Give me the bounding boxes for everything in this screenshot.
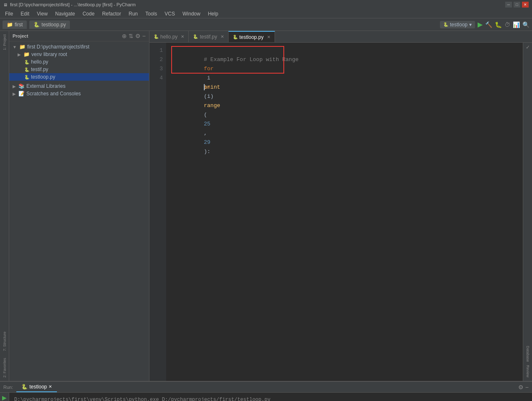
tree-venv[interactable]: ▶ 📁 venv library root bbox=[9, 51, 149, 58]
build-button[interactable]: 🔨 bbox=[485, 21, 492, 28]
top-toolbar: 📁 first 🐍 testloop.py 🐍 testloop ▾ ▶ 🔨 🐛… bbox=[0, 18, 532, 31]
code-area: 1 2 3 4 # Example For Loop with Range fo… bbox=[149, 43, 532, 381]
project-panel-title: Project bbox=[13, 33, 28, 38]
file-icon: 🐍 bbox=[33, 22, 40, 28]
close-button[interactable]: ✕ bbox=[522, 2, 529, 8]
testloop-tab-close[interactable]: ✕ bbox=[267, 35, 270, 39]
run-tab-close[interactable]: ✕ bbox=[49, 384, 52, 389]
menu-vcs[interactable]: VCS bbox=[161, 10, 178, 18]
ext-libs-icon: 📚 bbox=[18, 83, 25, 89]
tab-run-testloop[interactable]: 🐍 testloop ✕ bbox=[16, 382, 57, 392]
editor-right-sidebar: ✓ Database Review bbox=[523, 43, 532, 381]
panel-icon-sort[interactable]: ⇅ bbox=[129, 33, 134, 39]
tree-root-label: first D:\pycharmprojects\first bbox=[27, 44, 90, 50]
search-everywhere-icon[interactable]: 🔍 bbox=[522, 21, 529, 28]
window-controls[interactable]: ─ □ ✕ bbox=[505, 2, 529, 8]
tree-arrow-root: ▼ bbox=[13, 45, 17, 49]
tree-hello-py[interactable]: 🐍 hello.py bbox=[9, 58, 149, 66]
run-config-icon: 🐍 bbox=[443, 22, 448, 27]
right-sidebar-review-icon[interactable]: ✓ bbox=[526, 44, 530, 50]
code-line-3: print (i) bbox=[171, 64, 518, 74]
project-tree: ▼ 📁 first D:\pycharmprojects\first ▶ 📁 v… bbox=[9, 41, 149, 381]
tree-testif-py[interactable]: 🐍 testif.py bbox=[9, 66, 149, 73]
run-play-btn[interactable]: ▶ bbox=[2, 394, 7, 401]
tree-root[interactable]: ▼ 📁 first D:\pycharmprojects\first bbox=[9, 43, 149, 51]
tree-arrow-venv: ▶ bbox=[18, 52, 21, 57]
code-line-1: # Example For Loop with Range bbox=[171, 46, 518, 55]
editor-tab-testif[interactable]: 🐍 testif.py ✕ bbox=[189, 31, 228, 42]
coverage-button[interactable]: 📊 bbox=[513, 21, 520, 28]
editor-tab-testloop[interactable]: 🐍 testloop.py ✕ bbox=[229, 31, 275, 42]
minimize-panel-icon[interactable]: − bbox=[525, 384, 529, 391]
left-sidebar: 1: Project 7: Structure 2: Favorites bbox=[0, 31, 9, 381]
project-panel: Project ⊕ ⇅ ⚙ − ▼ 📁 first D:\pycharmproj… bbox=[9, 31, 149, 381]
menu-help[interactable]: Help bbox=[205, 10, 222, 18]
code-comment: # Example For Loop with Range bbox=[204, 56, 298, 63]
settings-icon[interactable]: ⚙ bbox=[518, 384, 524, 391]
debug-button[interactable]: 🐛 bbox=[495, 21, 502, 28]
menu-file[interactable]: File bbox=[2, 10, 16, 18]
testif-tab-close[interactable]: ✕ bbox=[221, 34, 224, 39]
testloop-tab-icon: 🐍 bbox=[233, 35, 238, 39]
tree-scratches[interactable]: ▶ 📝 Scratches and Consoles bbox=[9, 90, 149, 97]
testif-tab-label: testif.py bbox=[200, 34, 217, 40]
run-left-toolbar: ▶ ⏹ ↑ ↓ ⏸ ⤵ 🖨 ⚙ 🔍 📌 🗑 bbox=[0, 393, 9, 401]
tree-venv-label: venv library root bbox=[31, 51, 67, 57]
run-config-selector[interactable]: 🐍 testloop ▾ bbox=[440, 21, 475, 28]
scratch-icon: 📝 bbox=[18, 91, 25, 97]
tree-arrow-scratch: ▶ bbox=[13, 92, 16, 96]
editor-tab-hello[interactable]: 🐍 hello.py ✕ bbox=[149, 31, 189, 42]
code-content[interactable]: # Example For Loop with Range for i in r… bbox=[166, 43, 523, 381]
menu-refactor[interactable]: Refactor bbox=[99, 10, 124, 18]
project-folder-icon: 📁 bbox=[7, 22, 13, 28]
panel-icon-add[interactable]: ⊕ bbox=[122, 33, 127, 39]
run-content: ▶ ⏹ ↑ ↓ ⏸ ⤵ 🖨 ⚙ 🔍 📌 🗑 D:\pycharmprojects… bbox=[0, 393, 532, 401]
right-sidebar-db-label[interactable]: Database bbox=[526, 346, 530, 365]
code-for-kw: for bbox=[204, 66, 213, 72]
file-tab[interactable]: 🐍 testloop.py bbox=[29, 20, 70, 29]
tree-testloop-py[interactable]: 🐍 testloop.py bbox=[9, 73, 149, 81]
code-comma: , bbox=[204, 130, 211, 136]
menu-view[interactable]: View bbox=[33, 10, 51, 18]
hello-tab-label: hello.py bbox=[160, 34, 177, 40]
menu-window[interactable]: Window bbox=[179, 10, 204, 18]
window-title: first [D:\pycharmprojects\first] - ...\t… bbox=[10, 2, 136, 7]
panel-icon-minimize[interactable]: − bbox=[142, 33, 146, 39]
menu-run[interactable]: Run bbox=[125, 10, 141, 18]
code-num-29: 29 bbox=[204, 139, 211, 146]
menu-edit[interactable]: Edit bbox=[17, 10, 33, 18]
testif-tab-icon: 🐍 bbox=[193, 34, 198, 39]
menu-tools[interactable]: Tools bbox=[142, 10, 160, 18]
menu-navigate[interactable]: Navigate bbox=[52, 10, 78, 18]
sidebar-project-label[interactable]: 1: Project bbox=[2, 31, 8, 54]
code-num-25: 25 bbox=[204, 121, 211, 127]
project-panel-header: Project ⊕ ⇅ ⚙ − bbox=[9, 31, 149, 41]
menu-bar: File Edit View Navigate Code Refactor Ru… bbox=[0, 9, 532, 18]
hello-tab-close[interactable]: ✕ bbox=[181, 34, 184, 39]
bottom-tab-icons: ⚙ − bbox=[518, 384, 532, 391]
run-output: D:\pycharmprojects\first\venv\Scripts\py… bbox=[9, 393, 532, 401]
code-print-arg: (i) bbox=[204, 93, 213, 100]
profile-button[interactable]: ⏱ bbox=[504, 21, 510, 28]
panel-icon-settings[interactable]: ⚙ bbox=[135, 33, 141, 39]
right-sidebar-review-label[interactable]: Review bbox=[526, 365, 530, 381]
tree-external-label: External Libraries bbox=[26, 83, 65, 89]
root-folder-icon: 📁 bbox=[19, 44, 26, 50]
testif-py-icon: 🐍 bbox=[24, 67, 29, 72]
tree-testloop-label: testloop.py bbox=[31, 74, 55, 80]
run-button[interactable]: ▶ bbox=[478, 20, 483, 28]
panel-header-icons: ⊕ ⇅ ⚙ − bbox=[122, 33, 146, 39]
sidebar-structure-label[interactable]: 7: Structure bbox=[2, 328, 8, 355]
run-config-label: testloop bbox=[450, 22, 468, 28]
tree-external-libs[interactable]: ▶ 📚 External Libraries bbox=[9, 82, 149, 90]
maximize-button[interactable]: □ bbox=[514, 2, 520, 8]
menu-code[interactable]: Code bbox=[79, 10, 98, 18]
tree-hello-label: hello.py bbox=[31, 59, 48, 65]
testloop-tab-label: testloop.py bbox=[239, 34, 264, 40]
sidebar-favorites-label[interactable]: 2: Favorites bbox=[2, 355, 8, 381]
project-tab[interactable]: 📁 first bbox=[3, 20, 27, 29]
bottom-panel: Run: 🐍 testloop ✕ ⚙ − ▶ ⏹ ↑ ↓ ⏸ ⤵ 🖨 ⚙ 🔍 … bbox=[0, 381, 532, 401]
code-range-args: ( bbox=[204, 112, 207, 118]
venv-folder-icon: 📁 bbox=[23, 51, 30, 57]
minimize-button[interactable]: ─ bbox=[505, 2, 512, 8]
